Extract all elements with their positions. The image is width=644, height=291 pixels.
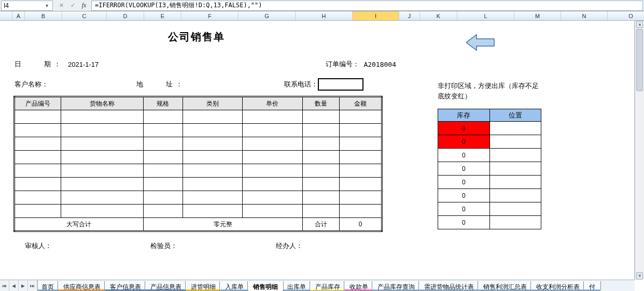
sales-cell[interactable] [243,178,303,191]
col-header-J[interactable]: J [399,11,420,20]
stock-cell[interactable]: 0 [438,149,490,162]
sales-cell[interactable] [183,191,243,205]
col-header-O[interactable]: O [608,11,644,20]
position-cell[interactable] [489,189,541,202]
sales-cell[interactable] [340,124,382,137]
sales-cell[interactable] [143,191,183,205]
sales-cell[interactable] [340,110,382,124]
col-header-H[interactable]: H [296,11,353,20]
sales-cell[interactable] [302,191,340,205]
formula-input[interactable]: =IFERROR(VLOOKUP(I3,销售明细!D:Q,13,FALSE),"… [91,1,643,11]
sales-cell[interactable] [61,137,143,151]
stock-cell[interactable]: 0 [438,202,490,216]
enter-icon[interactable]: ✓ [68,2,77,10]
position-cell[interactable] [489,162,541,176]
sales-cell[interactable] [143,110,183,124]
sales-cell[interactable] [15,137,61,151]
tab-nav-last-icon[interactable]: ⏭ [28,280,37,291]
col-header-L[interactable]: L [457,11,514,20]
scroll-up-icon[interactable]: ▴ [636,21,643,28]
select-all-corner[interactable] [0,11,12,20]
sales-cell[interactable] [183,110,243,124]
sales-cell[interactable] [340,164,382,178]
sales-cell[interactable] [61,205,143,218]
sales-cell[interactable] [143,151,183,164]
position-cell[interactable] [489,149,541,162]
sales-cell[interactable] [243,151,303,164]
sales-cell[interactable] [183,164,243,178]
sales-cell[interactable] [61,124,143,137]
sales-cell[interactable] [183,205,243,218]
sales-cell[interactable] [15,178,61,191]
col-header-G[interactable]: G [239,11,296,20]
sheet-tab[interactable]: 产品信息表 [145,281,187,291]
scroll-down-icon[interactable]: ▾ [636,272,643,280]
sales-cell[interactable] [302,137,340,151]
fx-icon[interactable]: fx [80,2,88,10]
sales-cell[interactable] [143,205,183,218]
sales-cell[interactable] [61,191,143,205]
sheet-tab[interactable]: 客户信息表 [104,281,147,291]
sheet-tab[interactable]: 产品库存查询 [372,281,421,291]
sales-cell[interactable] [243,110,303,124]
sales-cell[interactable] [340,205,382,218]
sheet-tab[interactable]: 首页 [38,281,60,291]
sheet-tab[interactable]: 收支利润分析表 [530,281,585,291]
sales-cell[interactable] [340,178,382,191]
sales-cell[interactable] [302,205,340,218]
sales-cell[interactable] [302,178,340,191]
stock-cell[interactable]: 0 [438,176,490,189]
sales-cell[interactable] [61,164,143,178]
col-header-C[interactable]: C [62,11,107,20]
sales-cell[interactable] [61,151,143,164]
sales-cell[interactable] [243,164,303,178]
left-arrow-shape[interactable] [466,34,495,53]
sales-cell[interactable] [302,151,340,164]
col-header-K[interactable]: K [420,11,457,20]
sales-cell[interactable] [183,137,243,151]
sales-cell[interactable] [243,124,303,137]
position-cell[interactable] [489,216,541,229]
sales-cell[interactable] [243,205,303,218]
sheet-tab[interactable]: 需进货物品统计表 [418,281,480,291]
col-header-N[interactable]: N [561,11,608,20]
position-cell[interactable] [489,202,541,216]
sales-cell[interactable] [243,137,303,151]
sheet-tab[interactable]: 供应商信息表 [58,281,106,291]
sheet-tab[interactable]: 产品库存 [310,281,346,291]
stock-cell[interactable]: 0 [438,189,490,202]
col-header-D[interactable]: D [107,11,144,20]
sheet-tab[interactable]: 收款单 [344,281,374,291]
sales-cell[interactable] [61,110,143,124]
sales-cell[interactable] [15,110,61,124]
name-box-dropdown-icon[interactable]: ▾ [43,3,50,8]
phone-input-cell[interactable] [318,78,363,91]
sales-cell[interactable] [183,178,243,191]
col-header-F[interactable]: F [181,11,239,20]
sheet-tab[interactable]: 进货明细 [185,281,221,291]
sales-cell[interactable] [61,178,143,191]
cancel-icon[interactable]: ✕ [57,2,65,10]
position-cell[interactable] [489,176,541,189]
sales-cell[interactable] [15,164,61,178]
vertical-scrollbar[interactable]: ▴ ▾ [635,21,644,280]
position-cell[interactable] [489,135,541,149]
sales-cell[interactable] [15,151,61,164]
sales-cell[interactable] [143,164,183,178]
stock-cell[interactable]: 0 [438,216,490,229]
stock-cell[interactable]: 0 [438,135,490,149]
sheet-tab[interactable]: 销售利润汇总表 [478,281,533,291]
sheet-tab[interactable]: 出库单 [282,281,312,291]
sales-cell[interactable] [183,151,243,164]
stock-cell[interactable]: 0 [438,162,490,176]
sales-cell[interactable] [15,205,61,218]
sheet-tab[interactable]: 入库单 [219,281,249,291]
sales-cell[interactable] [183,124,243,137]
sheet-tab[interactable]: 销售明细 [247,281,284,291]
sales-cell[interactable] [15,124,61,137]
position-cell[interactable] [489,122,541,135]
sales-cell[interactable] [340,191,382,205]
col-header-B[interactable]: B [25,11,62,20]
name-box[interactable]: I4 ▾ [1,1,53,11]
sales-cell[interactable] [340,151,382,164]
